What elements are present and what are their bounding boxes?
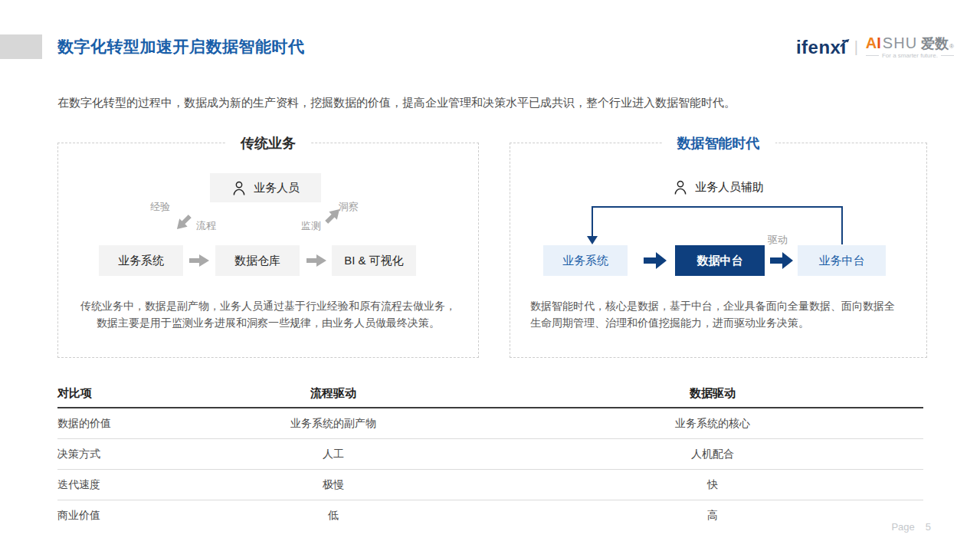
corner-accent-block (0, 34, 42, 59)
ifenxi-arrow-icon (840, 32, 850, 51)
aishu-i: I (877, 35, 881, 51)
table-row: 决策方式 人工 人机配合 (57, 439, 923, 470)
business-staff-box: 业务人员 (210, 173, 321, 202)
intelligent-panel-title: 数据智能时代 (662, 133, 775, 153)
aishu-shu: SHU (883, 35, 917, 51)
aishu-cn: 爱数 (921, 37, 949, 51)
insight-label: 洞察 (339, 200, 359, 214)
intro-paragraph: 在数字化转型的过程中，数据成为新的生产资料，挖掘数据的价值，提高企业管理和决策水… (57, 96, 916, 110)
business-staff-assist-label: 业务人员辅助 (695, 180, 764, 195)
row-process-value: 人工 (165, 448, 502, 461)
data-intelligence-panel: 数据智能时代 业务人员辅助 业务系统 数据中台 驱动 业务中台 数据智能时代，核… (510, 143, 927, 358)
flow-box-business-system: 业务系统 (99, 245, 183, 276)
page-value: 5 (926, 521, 931, 533)
presentation-slide: 数字化转型加速开启数据智能时代 ifenxi | A I SHU 爱数 ® Fo… (0, 0, 980, 551)
arrow-right-navy-icon (644, 252, 667, 272)
table-row: 迭代速度 极慢 快 (57, 470, 923, 500)
flow-box-data-middle-platform: 数据中台 (675, 245, 765, 276)
row-label: 决策方式 (57, 448, 165, 461)
logo-group: ifenxi | A I SHU 爱数 ® For a smarter futu… (796, 35, 954, 59)
flow-box-bi-visualization: BI & 可视化 (332, 245, 416, 276)
aishu-a: A (866, 35, 877, 51)
registered-mark: ® (949, 44, 954, 50)
row-data-value: 业务系统的核心 (502, 417, 923, 431)
logo-divider: | (854, 38, 858, 56)
traditional-business-panel: 传统业务 业务人员 经验 流程 监测 洞察 业务系统 数据仓库 BI & 可视化… (57, 143, 479, 358)
drive-label: 驱动 (768, 233, 788, 247)
traditional-panel-title: 传统业务 (225, 133, 311, 153)
flow-box-business-middle-platform: 业务中台 (798, 245, 886, 276)
person-icon (673, 179, 688, 195)
row-process-value: 极慢 (165, 478, 502, 492)
row-process-value: 业务系统的副产物 (165, 417, 502, 431)
intelligent-description: 数据智能时代，核心是数据，基于中台，企业具备面向全量数据、面向数据全生命周期管理… (530, 297, 903, 331)
business-staff-label: 业务人员 (254, 181, 300, 195)
process-label: 流程 (196, 219, 216, 233)
header-data-driven: 数据驱动 (502, 386, 923, 401)
row-data-value: 高 (502, 509, 923, 523)
row-data-value: 快 (502, 478, 923, 492)
experience-label: 经验 (150, 200, 170, 214)
person-icon (231, 180, 247, 196)
ifenxi-logo: ifenxi (796, 38, 847, 57)
flow-box-data-warehouse: 数据仓库 (215, 245, 300, 276)
tagline-text: For a smarter future. (882, 52, 938, 59)
table-row: 商业价值 低 高 (57, 500, 923, 531)
slide-title: 数字化转型加速开启数据智能时代 (57, 36, 305, 57)
row-label: 数据的价值 (57, 417, 165, 431)
traditional-description: 传统业务中，数据是副产物，业务人员通过基于行业经验和原有流程去做业务，数据主要是… (77, 297, 460, 331)
page-number: Page 5 (891, 521, 931, 533)
header-compare-item: 对比项 (57, 386, 165, 401)
comparison-table: 对比项 流程驱动 数据驱动 数据的价值 业务系统的副产物 业务系统的核心 决策方… (57, 379, 923, 531)
flow-box-business-system: 业务系统 (543, 245, 628, 276)
comparison-header-row: 对比项 流程驱动 数据驱动 (57, 379, 923, 408)
monitor-label: 监测 (301, 219, 321, 233)
arrow-sw-icon (170, 209, 194, 233)
business-staff-assist: 业务人员辅助 (510, 179, 926, 195)
aishu-logo: A I SHU 爱数 ® For a smarter future. (866, 35, 954, 59)
row-label: 迭代速度 (57, 478, 165, 492)
logo-tagline: For a smarter future. (866, 52, 954, 59)
row-process-value: 低 (165, 509, 502, 523)
arrow-right-icon (189, 254, 209, 270)
arrow-right-icon (306, 254, 326, 270)
table-row: 数据的价值 业务系统的副产物 业务系统的核心 (57, 408, 923, 439)
page-label: Page (891, 521, 914, 533)
header-process-driven: 流程驱动 (165, 386, 502, 401)
arrow-right-navy-icon (770, 252, 793, 272)
row-label: 商业价值 (57, 509, 165, 523)
row-data-value: 人机配合 (502, 448, 923, 461)
